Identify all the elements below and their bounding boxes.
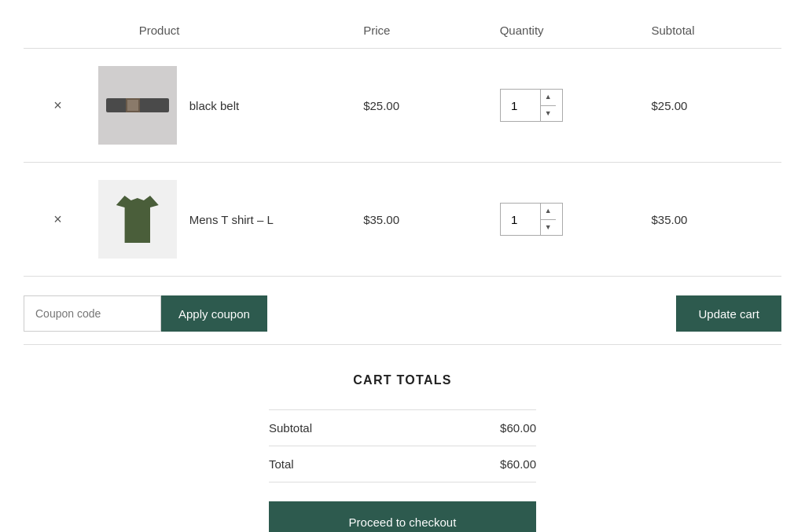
tshirt-qty-cell: ▲ ▼ xyxy=(494,163,645,277)
total-label: Total xyxy=(269,457,294,471)
tshirt-subtotal: $35.00 xyxy=(645,163,781,277)
cart-row-tshirt: × Mens T shirt – L $35.00 ▲ xyxy=(24,163,781,277)
tshirt-qty-up[interactable]: ▲ xyxy=(541,204,556,220)
col-quantity-header: Quantity xyxy=(494,16,645,49)
belt-qty-input[interactable] xyxy=(501,90,540,121)
product-cell-tshirt: Mens T shirt – L xyxy=(92,163,357,277)
cart-actions: Apply coupon Update cart xyxy=(24,277,781,345)
belt-qty-up[interactable]: ▲ xyxy=(541,90,556,106)
remove-button-belt[interactable]: × xyxy=(53,98,62,112)
belt-subtotal: $25.00 xyxy=(645,49,781,163)
cart-container: Product Price Quantity Subtotal × xyxy=(0,0,805,532)
col-remove-header xyxy=(24,16,92,49)
cart-totals-title: CART TOTALS xyxy=(269,373,536,387)
tshirt-qty-input[interactable] xyxy=(501,204,540,235)
product-info-belt: black belt xyxy=(98,66,351,145)
cart-totals-box: CART TOTALS Subtotal $60.00 Total $60.00… xyxy=(269,373,536,532)
total-row: Total $60.00 xyxy=(269,446,536,482)
belt-qty-wrapper: ▲ ▼ xyxy=(500,89,563,122)
total-value: $60.00 xyxy=(500,457,536,471)
remove-cell-belt: × xyxy=(24,49,92,163)
tshirt-name: Mens T shirt – L xyxy=(189,213,274,226)
tshirt-price: $35.00 xyxy=(357,163,494,277)
tshirt-qty-wrapper: ▲ ▼ xyxy=(500,203,563,236)
subtotal-value: $60.00 xyxy=(500,421,536,435)
apply-coupon-button[interactable]: Apply coupon xyxy=(161,295,267,332)
tshirt-image xyxy=(98,180,177,259)
update-cart-button[interactable]: Update cart xyxy=(676,295,781,332)
col-subtotal-header: Subtotal xyxy=(645,16,781,49)
belt-qty-spinners: ▲ ▼ xyxy=(540,90,556,121)
checkout-button[interactable]: Proceed to checkout xyxy=(269,501,536,532)
tshirt-qty-down[interactable]: ▼ xyxy=(541,220,556,236)
belt-image xyxy=(98,66,177,145)
col-product-header: Product xyxy=(92,16,357,49)
belt-qty-cell: ▲ ▼ xyxy=(494,49,645,163)
col-price-header: Price xyxy=(357,16,494,49)
product-cell-belt: black belt xyxy=(92,49,357,163)
belt-name: black belt xyxy=(189,99,239,112)
subtotal-row: Subtotal $60.00 xyxy=(269,409,536,446)
cart-table: Product Price Quantity Subtotal × xyxy=(24,16,781,277)
product-info-tshirt: Mens T shirt – L xyxy=(98,180,351,259)
belt-price: $25.00 xyxy=(357,49,494,163)
tshirt-qty-spinners: ▲ ▼ xyxy=(540,204,556,235)
tshirt-shape xyxy=(116,196,159,243)
cart-totals-section: CART TOTALS Subtotal $60.00 Total $60.00… xyxy=(24,345,781,532)
remove-cell-tshirt: × xyxy=(24,163,92,277)
coupon-section: Apply coupon xyxy=(24,295,267,332)
subtotal-label: Subtotal xyxy=(269,421,312,435)
remove-button-tshirt[interactable]: × xyxy=(53,212,62,226)
coupon-input[interactable] xyxy=(24,295,161,332)
belt-qty-down[interactable]: ▼ xyxy=(541,106,556,122)
cart-row-belt: × black belt $25.00 ▲ ▼ xyxy=(24,49,781,163)
